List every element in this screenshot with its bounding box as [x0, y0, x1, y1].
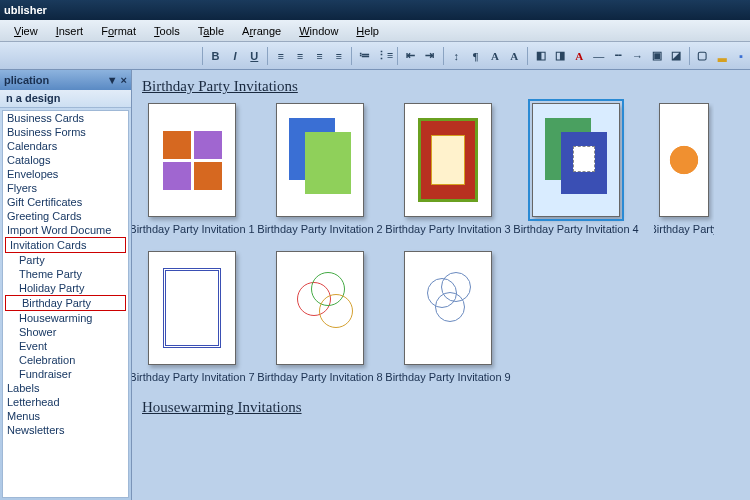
category-item[interactable]: Newsletters	[3, 423, 128, 437]
template-label: Birthday Party Invitation 3	[383, 223, 513, 235]
arrow-style-button[interactable]: →	[629, 46, 646, 66]
section-title-birthday: Birthday Party Invitations	[142, 78, 740, 95]
template-thumbnail-selected[interactable]: Birthday Party Invitation 4	[526, 103, 626, 235]
template-thumbnail[interactable]: Birthday Party Invitation 8	[270, 251, 370, 383]
template-thumbnail[interactable]: Birthday Party Invitation 3	[398, 103, 498, 235]
shadow-button[interactable]: ▣	[648, 46, 665, 66]
font-size-increase-button[interactable]: A	[486, 46, 503, 66]
thumbnail-preview	[659, 103, 709, 217]
template-label: Birthday Party Invitation 4	[511, 223, 641, 235]
toolbar-separator	[689, 47, 690, 65]
category-item[interactable]: Flyers	[3, 181, 128, 195]
menu-help[interactable]: Help	[348, 23, 387, 39]
subcategory-item[interactable]: Event	[3, 339, 128, 353]
thumbnail-preview	[276, 251, 364, 365]
align-justify-button[interactable]: ≡	[330, 46, 347, 66]
subcategory-item[interactable]: Holiday Party	[3, 281, 128, 295]
line-color-button[interactable]: ◨	[551, 46, 568, 66]
template-label: Birthday Party Invitation 7	[132, 371, 257, 383]
category-item[interactable]: Greeting Cards	[3, 209, 128, 223]
template-thumbnail[interactable]: Birthday Party Invitation 2	[270, 103, 370, 235]
font-color-button[interactable]: A	[571, 46, 588, 66]
bulleted-list-button[interactable]: ⋮≡	[376, 46, 393, 66]
toolbar-separator	[443, 47, 444, 65]
menu-arrange[interactable]: Arrange	[234, 23, 289, 39]
subcategory-item[interactable]: Housewarming	[3, 311, 128, 325]
category-item[interactable]: Envelopes	[3, 167, 128, 181]
task-pane-dropdown-icon[interactable]: ▼ ×	[107, 74, 127, 86]
align-left-button[interactable]: ≡	[272, 46, 289, 66]
template-label: Birthday Party Invitation 2	[255, 223, 385, 235]
fill-color-button[interactable]: ◧	[532, 46, 549, 66]
italic-button[interactable]: I	[226, 46, 243, 66]
formatting-toolbar: B I U ≡ ≡ ≡ ≡ ≔ ⋮≡ ⇤ ⇥ ↕ ¶ A A ◧ ◨ A — ╌…	[0, 42, 750, 70]
3d-button[interactable]: ◪	[668, 46, 685, 66]
menu-view[interactable]: View	[6, 23, 46, 39]
menu-bar: View Insert Format Tools Table Arrange W…	[0, 20, 750, 42]
text-direction-button[interactable]: ¶	[467, 46, 484, 66]
template-label: Birthday Party Invitation 9	[383, 371, 513, 383]
main-area: plication ▼ × n a design Business Cards …	[0, 70, 750, 500]
thumbnail-preview	[148, 251, 236, 365]
template-row: Birthday Party Invitation 1 Birthday Par…	[142, 103, 740, 235]
dash-style-button[interactable]: ╌	[609, 46, 626, 66]
thumbnail-preview	[404, 251, 492, 365]
template-thumbnail[interactable]: Birthday Party	[654, 103, 714, 235]
thumbnail-preview	[532, 103, 620, 217]
category-item[interactable]: Labels	[3, 381, 128, 395]
thumbnail-preview	[148, 103, 236, 217]
menu-format[interactable]: Format	[93, 23, 144, 39]
toolbar-separator	[351, 47, 352, 65]
menu-window[interactable]: Window	[291, 23, 346, 39]
decrease-indent-button[interactable]: ⇤	[402, 46, 419, 66]
save-button[interactable]: ▪	[733, 46, 750, 66]
task-pane: plication ▼ × n a design Business Cards …	[0, 70, 132, 500]
title-bar: ublisher	[0, 0, 750, 20]
subcategory-item[interactable]: Fundraiser	[3, 367, 128, 381]
task-pane-title: plication	[4, 74, 49, 86]
line-style-button[interactable]: —	[590, 46, 607, 66]
menu-insert[interactable]: Insert	[48, 23, 92, 39]
toolbar-separator	[202, 47, 203, 65]
open-button[interactable]: ▂	[713, 46, 730, 66]
thumbnail-preview	[276, 103, 364, 217]
subcategory-item[interactable]: Party	[3, 253, 128, 267]
increase-indent-button[interactable]: ⇥	[421, 46, 438, 66]
subcategory-item[interactable]: Theme Party	[3, 267, 128, 281]
section-title-housewarming: Housewarming Invitations	[142, 399, 740, 416]
template-label: Birthday Party	[654, 223, 714, 235]
category-item[interactable]: Business Cards	[3, 111, 128, 125]
category-item[interactable]: Business Forms	[3, 125, 128, 139]
category-item[interactable]: Menus	[3, 409, 128, 423]
task-pane-subheader: n a design	[0, 90, 131, 108]
category-item[interactable]: Import Word Docume	[3, 223, 128, 237]
task-pane-header: plication ▼ ×	[0, 70, 131, 90]
template-thumbnail[interactable]: Birthday Party Invitation 1	[142, 103, 242, 235]
subcategory-item[interactable]: Celebration	[3, 353, 128, 367]
align-center-button[interactable]: ≡	[291, 46, 308, 66]
template-row: Birthday Party Invitation 7 Birthday Par…	[142, 251, 740, 383]
template-thumbnail[interactable]: Birthday Party Invitation 9	[398, 251, 498, 383]
thumbnail-preview	[404, 103, 492, 217]
template-gallery: Birthday Party Invitations Birthday Part…	[132, 70, 750, 500]
menu-tools[interactable]: Tools	[146, 23, 188, 39]
category-item[interactable]: Catalogs	[3, 153, 128, 167]
toolbar-separator	[267, 47, 268, 65]
numbered-list-button[interactable]: ≔	[356, 46, 373, 66]
template-thumbnail[interactable]: Birthday Party Invitation 7	[142, 251, 242, 383]
category-item[interactable]: Letterhead	[3, 395, 128, 409]
subcategory-birthday-party[interactable]: Birthday Party	[5, 295, 126, 311]
category-item[interactable]: Calendars	[3, 139, 128, 153]
template-label: Birthday Party Invitation 8	[255, 371, 385, 383]
subcategory-item[interactable]: Shower	[3, 325, 128, 339]
bold-button[interactable]: B	[207, 46, 224, 66]
category-invitation-cards[interactable]: Invitation Cards	[5, 237, 126, 253]
category-item[interactable]: Gift Certificates	[3, 195, 128, 209]
underline-button[interactable]: U	[246, 46, 263, 66]
line-spacing-button[interactable]: ↕	[448, 46, 465, 66]
publication-type-list[interactable]: Business Cards Business Forms Calendars …	[2, 110, 129, 498]
menu-table[interactable]: Table	[190, 23, 232, 39]
new-button[interactable]: ▢	[694, 46, 711, 66]
align-right-button[interactable]: ≡	[311, 46, 328, 66]
font-size-decrease-button[interactable]: A	[506, 46, 523, 66]
